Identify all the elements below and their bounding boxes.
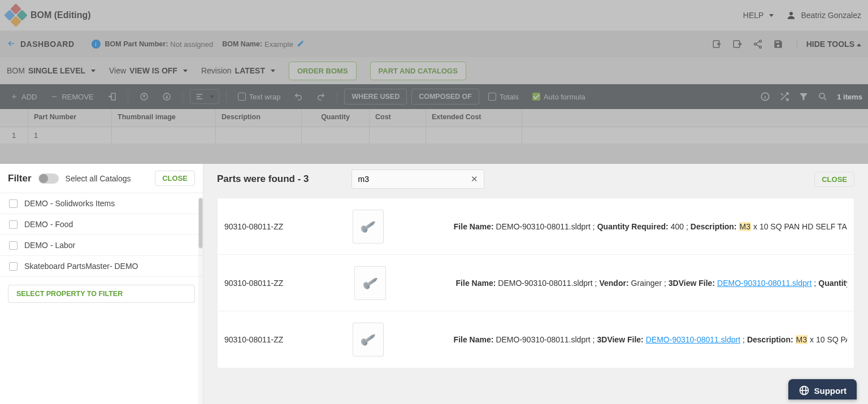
remove-button[interactable]: REMOVE: [46, 90, 98, 103]
bom-part-value: Not assigned: [170, 40, 213, 49]
filter-title: Filter: [8, 173, 32, 184]
import-icon[interactable]: [712, 39, 722, 49]
share-icon[interactable]: [753, 39, 763, 49]
search-icon[interactable]: [818, 92, 828, 102]
table-row[interactable]: 1 1: [0, 127, 868, 144]
checkbox-icon[interactable]: [9, 241, 18, 250]
checkbox-icon[interactable]: [9, 199, 18, 208]
cell-index: 1: [0, 127, 28, 144]
filter-panel: Filter Select all Catalogs CLOSE DEMO - …: [0, 164, 203, 404]
checkbox-icon[interactable]: [9, 220, 18, 229]
toolbar: ADD REMOVE Text wrap WHERE USED COMPOSED…: [0, 84, 868, 109]
table-col-description[interactable]: Description: [216, 109, 302, 127]
result-partnumber: 90310-08011-ZZ: [224, 222, 353, 231]
cell-partnumber[interactable]: 1: [28, 127, 112, 144]
filter-icon[interactable]: [798, 92, 809, 102]
align-dropdown[interactable]: [190, 89, 219, 104]
subbar: DASHBOARD i BOM Part Number: Not assigne…: [0, 31, 868, 57]
composed-of-button[interactable]: COMPOSED OF: [411, 89, 479, 105]
svg-point-10: [819, 93, 824, 98]
file-link[interactable]: DEMO-90310-08011.sldprt: [717, 279, 811, 288]
totals-toggle[interactable]: Totals: [484, 90, 523, 103]
edit-icon[interactable]: [297, 40, 305, 49]
part-catalogs-button[interactable]: PART AND CATALOGS: [370, 62, 466, 80]
result-meta: File Name: DEMO-90310-08011.sldprt ; Qua…: [454, 222, 847, 231]
svg-rect-14: [367, 278, 376, 286]
filter-item[interactable]: DEMO - Labor: [0, 235, 203, 256]
search-input[interactable]: [352, 170, 465, 188]
result-thumbnail: [354, 266, 385, 300]
table-col-quantity[interactable]: Quantity: [302, 109, 370, 127]
table-header: Part Number Thumbnail image Description …: [0, 109, 868, 127]
table-col-extcost[interactable]: Extended Cost: [426, 109, 522, 127]
minus-icon: [50, 93, 58, 101]
results-panel: Parts were found - 3 ✕ CLOSE 90310-08011…: [203, 164, 868, 404]
result-card[interactable]: 90310-08011-ZZFile Name: DEMO-90310-0801…: [218, 311, 854, 368]
where-used-button[interactable]: WHERE USED: [344, 89, 407, 105]
filter-close-button[interactable]: CLOSE: [155, 171, 195, 186]
user-menu[interactable]: Beatriz Gonzalez: [786, 10, 861, 20]
bom-level-dropdown[interactable]: BOM SINGLE LEVEL: [7, 66, 96, 75]
checkbox-icon[interactable]: [9, 262, 18, 271]
help-menu[interactable]: HELP: [743, 11, 774, 20]
selectall-toggle[interactable]: [38, 173, 59, 184]
shuffle-icon[interactable]: [779, 92, 789, 102]
export-icon[interactable]: [732, 39, 743, 49]
filter-item[interactable]: DEMO - Food: [0, 214, 203, 235]
result-thumbnail: [353, 323, 384, 357]
topbar: BOM (Editing) HELP Beatriz Gonzalez: [0, 0, 868, 31]
selectall-label: Select all Catalogs: [66, 174, 131, 183]
table-col-thumbnail[interactable]: Thumbnail image: [112, 109, 216, 127]
table-col-cost[interactable]: Cost: [370, 109, 426, 127]
cell-cost[interactable]: [370, 127, 426, 144]
result-thumbnail: [353, 210, 384, 244]
cell-thumbnail[interactable]: [112, 127, 216, 144]
filter-item[interactable]: DEMO - Solidworks Items: [0, 193, 203, 214]
cell-quantity[interactable]: [302, 127, 370, 144]
redo-icon: [316, 92, 326, 101]
add-button[interactable]: ADD: [6, 90, 41, 103]
save-icon[interactable]: [773, 39, 783, 49]
results-title: Parts were found - 3: [217, 173, 309, 185]
result-card[interactable]: 90310-08011-ZZFile Name: DEMO-90310-0801…: [218, 255, 854, 311]
result-partnumber: 90310-08011-ZZ: [224, 335, 353, 344]
filter-scrollbar[interactable]: [198, 198, 203, 404]
svg-rect-12: [365, 221, 375, 229]
svg-point-0: [789, 12, 793, 15]
info-icon[interactable]: i: [92, 40, 101, 49]
clear-search-icon[interactable]: ✕: [465, 174, 484, 184]
textwrap-toggle[interactable]: Text wrap: [233, 90, 285, 103]
filter-item[interactable]: Skateboard PartsMaster- DEMO: [0, 256, 203, 277]
result-card[interactable]: 90310-08011-ZZFile Name: DEMO-90310-0801…: [218, 198, 854, 255]
bom-name-label: BOM Name:: [222, 40, 262, 48]
revision-dropdown[interactable]: Revision LATEST: [201, 66, 275, 75]
filter-item-label: DEMO - Solidworks Items: [24, 199, 115, 208]
back-arrow-icon[interactable]: [7, 39, 16, 50]
results-close-button[interactable]: CLOSE: [814, 172, 854, 187]
autoformula-toggle[interactable]: Auto formula: [528, 90, 590, 103]
view-dropdown[interactable]: View VIEW IS OFF: [109, 66, 188, 75]
support-button[interactable]: Support: [788, 379, 857, 399]
order-boms-button[interactable]: ORDER BOMS: [289, 62, 357, 80]
arrow-down-icon: [162, 92, 171, 101]
user-name: Beatriz Gonzalez: [801, 11, 861, 20]
plus-icon: [10, 93, 18, 101]
svg-rect-16: [364, 335, 374, 342]
undo-button[interactable]: [289, 90, 307, 103]
move-down-button[interactable]: [158, 90, 176, 103]
redo-button[interactable]: [312, 90, 330, 103]
file-link[interactable]: DEMO-90310-08011.sldprt: [646, 335, 740, 344]
cell-description[interactable]: [216, 127, 302, 144]
svg-point-3: [759, 40, 761, 42]
filter-item-label: Skateboard PartsMaster- DEMO: [24, 262, 138, 271]
table-col-partnumber[interactable]: Part Number: [28, 109, 112, 127]
info-circle-icon[interactable]: [760, 92, 770, 102]
svg-point-4: [754, 43, 756, 45]
insert-button[interactable]: [103, 90, 121, 103]
select-property-button[interactable]: SELECT PROPERTY TO FILTER: [8, 285, 195, 303]
cell-extcost[interactable]: [426, 127, 522, 144]
dashboard-link[interactable]: DASHBOARD: [20, 40, 75, 49]
filter-item-label: DEMO - Labor: [24, 241, 75, 250]
hide-tools-toggle[interactable]: HIDE TOOLS: [797, 40, 861, 49]
move-up-button[interactable]: [135, 90, 153, 103]
